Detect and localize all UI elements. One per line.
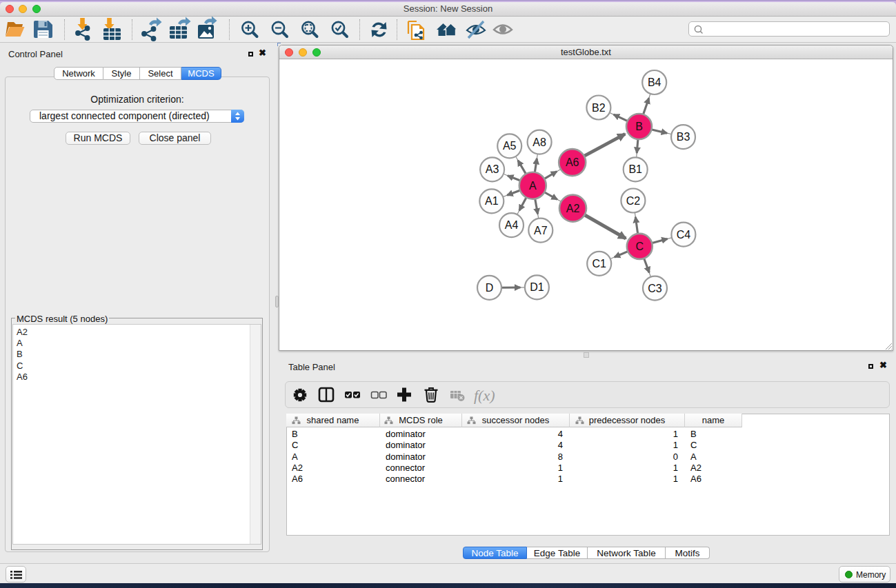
svg-text:D: D [486, 282, 494, 294]
svg-text:f(x): f(x) [474, 387, 495, 404]
svg-text:C3: C3 [648, 283, 662, 294]
svg-text:C2: C2 [626, 195, 641, 207]
svg-text:A6: A6 [566, 156, 579, 168]
svg-text:A5: A5 [503, 140, 517, 152]
svg-text:B1: B1 [628, 163, 642, 175]
svg-text:D1: D1 [530, 281, 544, 293]
svg-text:A4: A4 [505, 219, 519, 231]
svg-text:C1: C1 [592, 258, 606, 270]
svg-text:A2: A2 [566, 203, 580, 214]
svg-text:B: B [635, 121, 643, 132]
svg-text:A8: A8 [532, 136, 546, 148]
svg-text:A: A [529, 180, 537, 192]
svg-text:B2: B2 [592, 102, 606, 114]
svg-text:A7: A7 [534, 225, 548, 236]
svg-text:C4: C4 [677, 229, 691, 241]
svg-text:A1: A1 [485, 195, 499, 207]
svg-text:B4: B4 [648, 77, 661, 88]
svg-text:B3: B3 [677, 131, 690, 143]
svg-text:A3: A3 [486, 163, 499, 175]
svg-text:C: C [636, 241, 644, 252]
